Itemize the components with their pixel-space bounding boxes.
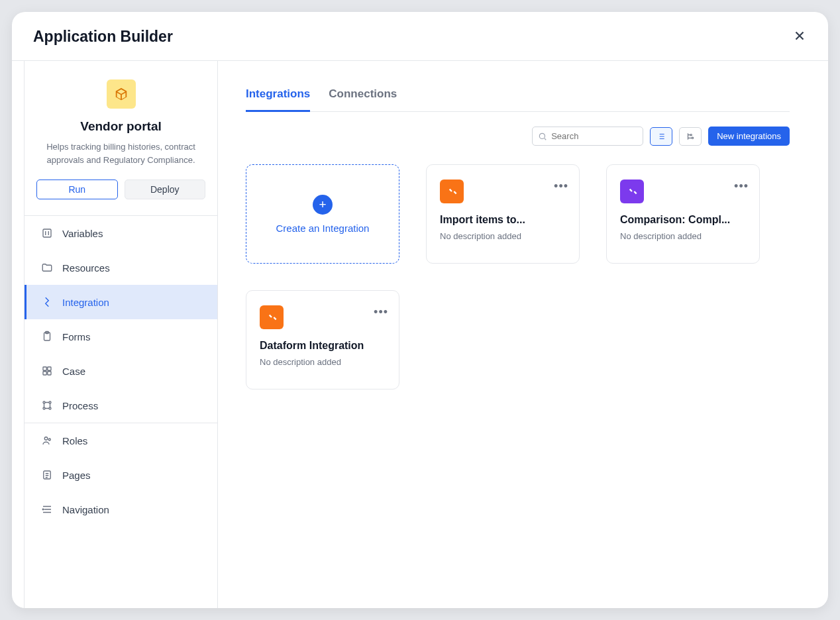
integration-icon xyxy=(260,305,284,329)
sidebar-item-pages[interactable]: Pages xyxy=(25,458,217,492)
plug-icon xyxy=(41,296,53,308)
integration-icon xyxy=(620,180,644,203)
plug-icon xyxy=(625,185,639,198)
process-icon xyxy=(41,399,53,411)
svg-point-10 xyxy=(49,407,51,409)
svg-rect-6 xyxy=(48,372,51,375)
variable-icon xyxy=(41,227,53,239)
sidebar-item-label: Roles xyxy=(62,435,87,446)
list-view-button[interactable] xyxy=(650,127,672,146)
integrations-grid: + Create an Integration ••• Import items… xyxy=(246,164,790,389)
plus-icon: + xyxy=(313,195,333,215)
pages-icon xyxy=(41,469,53,481)
integration-description: No description added xyxy=(260,357,386,367)
svg-point-15 xyxy=(540,133,545,138)
card-menu-button[interactable]: ••• xyxy=(734,180,749,193)
integration-card[interactable]: ••• Import items to... No description ad… xyxy=(426,164,580,264)
svg-point-11 xyxy=(44,437,48,440)
integration-icon xyxy=(440,180,464,203)
svg-point-8 xyxy=(49,401,51,403)
sidebar-item-label: Forms xyxy=(62,331,91,342)
body: Vendor portal Helps tracking billing his… xyxy=(12,61,828,608)
card-menu-button[interactable]: ••• xyxy=(374,305,388,319)
create-integration-card[interactable]: + Create an Integration xyxy=(246,164,399,264)
folder-icon xyxy=(41,262,53,274)
integration-title: Comparison: Compl... xyxy=(620,214,746,226)
sidebar-item-label: Resources xyxy=(62,262,110,274)
close-button[interactable] xyxy=(792,28,807,46)
svg-point-12 xyxy=(48,439,50,440)
application-builder-window: Application Builder Vendor portal Helps … xyxy=(12,12,828,608)
new-integrations-button[interactable]: New integrations xyxy=(708,127,790,146)
search-input[interactable] xyxy=(532,127,643,146)
svg-rect-0 xyxy=(43,229,51,237)
deploy-button[interactable]: Deploy xyxy=(125,180,206,199)
sidebar-item-integration[interactable]: Integration xyxy=(25,285,217,319)
app-name: Vendor portal xyxy=(36,119,205,134)
svg-rect-5 xyxy=(43,372,46,375)
tree-view-button[interactable] xyxy=(679,127,702,146)
roles-icon xyxy=(41,435,53,446)
svg-point-7 xyxy=(43,401,45,403)
sidebar-item-label: Variables xyxy=(62,228,103,239)
tab-integrations[interactable]: Integrations xyxy=(246,87,310,112)
svg-point-14 xyxy=(42,509,44,510)
sidebar-item-roles[interactable]: Roles xyxy=(25,423,217,458)
plug-icon xyxy=(445,185,458,198)
close-icon xyxy=(792,28,807,43)
sidebar-item-variables[interactable]: Variables xyxy=(25,216,217,250)
integration-card[interactable]: ••• Dataform Integration No description … xyxy=(246,290,399,389)
package-icon xyxy=(114,87,129,101)
app-summary-card: Vendor portal Helps tracking billing his… xyxy=(25,61,217,216)
card-menu-button[interactable]: ••• xyxy=(554,180,568,193)
plug-icon xyxy=(265,311,278,324)
search-wrap xyxy=(532,127,643,146)
sidebar-item-case[interactable]: Case xyxy=(25,354,217,388)
svg-point-9 xyxy=(43,407,45,409)
page-title: Application Builder xyxy=(33,28,173,46)
sidebar-item-label: Integration xyxy=(62,297,109,308)
svg-point-17 xyxy=(692,137,694,138)
integration-title: Dataform Integration xyxy=(260,340,386,352)
sidebar-item-resources[interactable]: Resources xyxy=(25,250,217,285)
sidebar-nav: Variables Resources Integration Forms Ca… xyxy=(25,216,217,608)
app-actions: Run Deploy xyxy=(36,180,205,199)
search-icon xyxy=(538,132,547,141)
integration-title: Import items to... xyxy=(440,214,566,226)
sidebar-item-label: Pages xyxy=(62,470,91,481)
grid-icon xyxy=(41,365,53,377)
main-content: Integrations Connections New integration… xyxy=(218,61,828,608)
sidebar: Vendor portal Helps tracking billing his… xyxy=(24,61,218,608)
integration-description: No description added xyxy=(440,231,566,241)
create-integration-label: Create an Integration xyxy=(276,223,370,234)
tab-connections[interactable]: Connections xyxy=(329,87,397,112)
tabs: Integrations Connections xyxy=(246,87,790,112)
titlebar: Application Builder xyxy=(12,12,828,61)
sidebar-item-label: Case xyxy=(62,366,85,377)
tree-icon xyxy=(686,132,695,141)
svg-point-16 xyxy=(690,134,692,135)
sidebar-item-process[interactable]: Process xyxy=(25,388,217,423)
run-button[interactable]: Run xyxy=(36,180,118,199)
svg-rect-4 xyxy=(48,367,51,370)
list-icon xyxy=(656,132,666,141)
svg-rect-3 xyxy=(43,367,46,370)
toolbar: New integrations xyxy=(246,112,790,164)
app-icon xyxy=(107,79,136,109)
integration-description: No description added xyxy=(620,231,746,241)
sidebar-item-label: Process xyxy=(62,400,98,411)
sidebar-item-label: Navigation xyxy=(62,504,109,515)
integration-card[interactable]: ••• Comparison: Compl... No description … xyxy=(606,164,760,264)
clipboard-icon xyxy=(41,331,53,342)
sidebar-item-forms[interactable]: Forms xyxy=(25,319,217,354)
app-description: Helps tracking billing histories, contra… xyxy=(36,140,205,166)
sidebar-item-navigation[interactable]: Navigation xyxy=(25,492,217,527)
navigation-icon xyxy=(41,503,53,515)
